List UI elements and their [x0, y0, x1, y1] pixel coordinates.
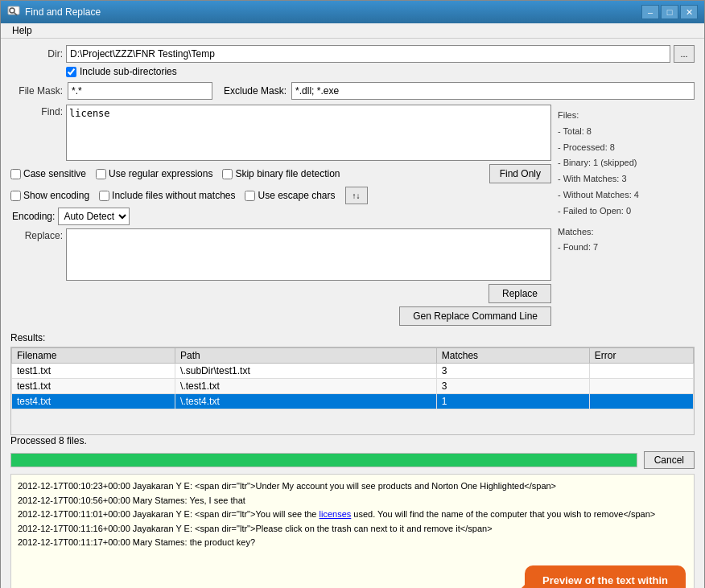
results-container[interactable]: Filename Path Matches Error test1.txt\.s… — [10, 347, 695, 435]
dir-row: Dir: ... — [10, 45, 695, 63]
encoding-label: Encoding: — [12, 211, 55, 222]
cell-path: \.test4.txt — [175, 394, 437, 409]
preview-line-5: 2012-12-17T00:11:17+00:00 Mary Stames: t… — [18, 536, 687, 550]
encoding-select[interactable]: Auto Detect — [58, 208, 130, 225]
preview-highlight-link: licenses — [320, 509, 352, 519]
stat-failed: - Failed to Open: 0 — [558, 204, 695, 220]
progress-label: Processed 8 files. — [10, 435, 695, 446]
content-area: Dir: ... Include sub-directories File Ma… — [1, 39, 704, 588]
preview-area: 2012-12-17T00:10:23+00:00 Jayakaran Y E:… — [10, 474, 695, 588]
window-title: Find and Replace — [25, 6, 101, 18]
include-no-matches-checkbox[interactable] — [99, 191, 109, 201]
cell-matches: 1 — [436, 394, 589, 409]
cell-matches: 3 — [436, 379, 589, 394]
use-regex-checkbox[interactable] — [96, 169, 106, 179]
dir-input[interactable] — [66, 45, 670, 63]
cell-filename: test1.txt — [12, 379, 175, 394]
show-encoding-checkbox[interactable] — [10, 191, 21, 201]
cell-error — [589, 379, 693, 394]
find-row: Find: license — [10, 105, 551, 161]
exclude-mask-label: Exclude Mask: — [224, 85, 287, 97]
filemask-input[interactable] — [68, 82, 212, 100]
progress-bar-fill — [11, 454, 637, 467]
stat-binary: - Binary: 1 (skipped) — [558, 155, 695, 171]
case-sensitive-checkbox[interactable] — [10, 169, 21, 179]
use-escape-checkbox[interactable] — [245, 191, 255, 201]
col-error: Error — [589, 348, 693, 364]
skip-binary-checkbox[interactable] — [222, 169, 233, 179]
show-encoding-label: Show encoding — [23, 190, 89, 201]
stat-with-matches: - With Matches: 3 — [558, 171, 695, 187]
title-bar: Find and Replace – □ ✕ — [1, 1, 704, 23]
main-window: Find and Replace – □ ✕ Help Dir: ... Inc… — [0, 0, 705, 588]
include-no-matches-label: Include files without matches — [112, 190, 235, 201]
cell-filename: test1.txt — [12, 364, 175, 379]
menu-bar: Help — [1, 23, 704, 39]
cell-error — [589, 364, 693, 379]
use-regex-checkbox-label[interactable]: Use regular expressions — [96, 168, 212, 179]
results-table: Filename Path Matches Error test1.txt\.s… — [11, 347, 694, 409]
cell-path: \.subDir\test1.txt — [175, 364, 437, 379]
results-header-row: Filename Path Matches Error — [12, 348, 694, 364]
menu-help[interactable]: Help — [7, 23, 37, 38]
cancel-button[interactable]: Cancel — [644, 451, 695, 469]
action-buttons: Replace — [10, 284, 551, 303]
sort-button[interactable]: ↑↓ — [345, 187, 368, 204]
skip-binary-checkbox-label[interactable]: Skip binary file detection — [222, 168, 340, 179]
title-buttons: – □ ✕ — [641, 5, 698, 19]
close-button[interactable]: ✕ — [680, 5, 698, 19]
replace-textarea[interactable] — [66, 228, 551, 281]
subdirs-label[interactable]: Include sub-directories — [80, 66, 177, 77]
preview-line-1: 2012-12-17T00:10:23+00:00 Jayakaran Y E:… — [18, 479, 687, 494]
cell-path: \.test1.txt — [175, 379, 437, 394]
progress-bar-container — [10, 453, 637, 467]
cell-error — [589, 394, 693, 409]
preview-line-3: 2012-12-17T00:11:01+00:00 Jayakaran Y E:… — [18, 508, 687, 522]
gen-replace-button[interactable]: Gen Replace Command Line — [399, 306, 551, 326]
matches-heading: Matches: — [558, 224, 695, 241]
cell-matches: 3 — [436, 364, 589, 379]
exclude-mask-input[interactable] — [291, 82, 695, 100]
progress-row: Cancel — [10, 451, 695, 469]
cell-filename: test4.txt — [12, 394, 175, 409]
files-heading: Files: — [558, 108, 695, 124]
gen-replace-row: Gen Replace Command Line — [10, 306, 551, 326]
col-matches: Matches — [436, 348, 589, 364]
dir-label: Dir: — [10, 48, 63, 60]
options-row-1: Case sensitive Use regular expressions S… — [10, 164, 551, 183]
subdirs-row: Include sub-directories — [66, 66, 695, 77]
progress-section: Processed 8 files. Cancel — [10, 435, 695, 469]
minimize-button[interactable]: – — [641, 5, 659, 19]
preview-line-4: 2012-12-17T00:11:16+00:00 Jayakaran Y E:… — [18, 522, 687, 537]
app-icon — [7, 6, 20, 19]
stat-found: - Found: 7 — [558, 240, 695, 256]
replace-button[interactable]: Replace — [489, 284, 551, 303]
maximize-button[interactable]: □ — [661, 5, 678, 19]
show-encoding-checkbox-label[interactable]: Show encoding — [10, 190, 89, 201]
main-area: Find: license Case sensitive Use regular… — [10, 105, 695, 326]
right-panel: Files: - Total: 8 - Processed: 8 - Binar… — [558, 105, 695, 326]
col-filename: Filename — [12, 348, 175, 364]
filemask-row: File Mask: Exclude Mask: — [10, 82, 695, 100]
include-no-matches-checkbox-label[interactable]: Include files without matches — [99, 190, 235, 201]
stat-without-matches: - Without Matches: 4 — [558, 187, 695, 204]
table-row[interactable]: test1.txt\.subDir\test1.txt3 — [12, 364, 694, 379]
table-row[interactable]: test4.txt\.test4.txt1 — [12, 394, 694, 409]
options-row-2: Show encoding Include files without matc… — [10, 187, 551, 204]
find-only-button[interactable]: Find Only — [489, 164, 551, 183]
results-label: Results: — [10, 332, 45, 343]
encoding-row: Encoding: Auto Detect — [12, 208, 551, 225]
left-panel: Find: license Case sensitive Use regular… — [10, 105, 551, 326]
filemask-label: File Mask: — [10, 85, 63, 97]
use-regex-label: Use regular expressions — [109, 168, 212, 179]
results-section: Results: Filename Path Matches Error tes… — [10, 332, 695, 435]
case-sensitive-checkbox-label[interactable]: Case sensitive — [10, 168, 86, 179]
replace-label: Replace: — [10, 228, 63, 241]
skip-binary-label: Skip binary file detection — [235, 168, 340, 179]
replace-row: Replace: — [10, 228, 551, 281]
find-textarea[interactable]: license — [66, 105, 551, 161]
browse-button[interactable]: ... — [674, 45, 695, 63]
table-row[interactable]: test1.txt\.test1.txt3 — [12, 379, 694, 394]
use-escape-checkbox-label[interactable]: Use escape chars — [245, 190, 335, 201]
subdirs-checkbox[interactable] — [66, 67, 76, 77]
